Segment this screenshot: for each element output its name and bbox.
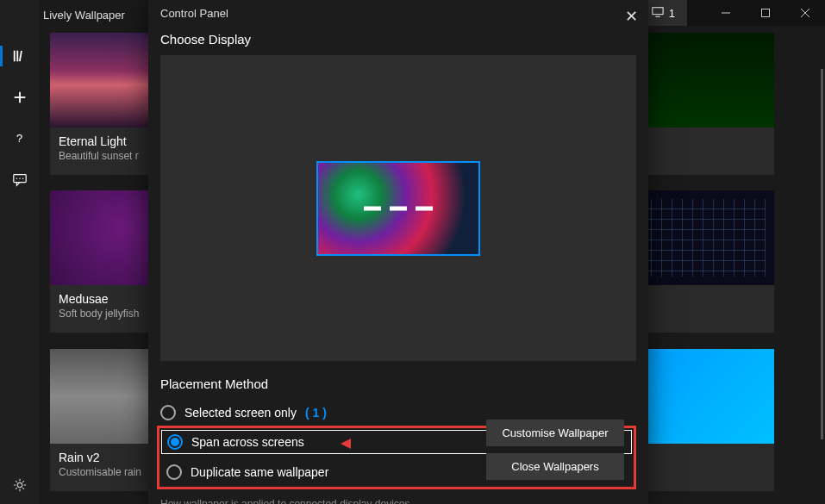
screen-preview[interactable] (316, 161, 480, 256)
sidebar: ? (0, 0, 39, 504)
svg-point-16 (17, 482, 22, 487)
radio-label: Selected screen only (184, 406, 297, 420)
dash-icon (364, 206, 433, 210)
svg-rect-0 (653, 7, 663, 14)
screen-count-badge: ( 1 ) (305, 406, 327, 420)
radio-label: Span across screens (191, 435, 304, 449)
window-controls (687, 0, 825, 26)
svg-rect-7 (16, 51, 18, 62)
modal-title: Control Panel (160, 7, 228, 20)
minimize-button[interactable] (706, 0, 746, 26)
monitor-icon (652, 6, 664, 21)
library-icon[interactable] (11, 47, 28, 65)
help-icon[interactable]: ? (11, 130, 28, 147)
maximize-button[interactable] (746, 0, 785, 26)
scrollbar[interactable] (821, 69, 823, 439)
svg-rect-3 (762, 9, 770, 17)
annotation-arrow-icon (341, 435, 379, 456)
app-title: Lively Wallpaper (43, 9, 125, 22)
placement-hint: How wallpaper is applied to connected di… (148, 493, 425, 504)
control-panel-modal: Control Panel ✕ Choose Display Placement… (148, 0, 648, 504)
display-preview-area (160, 55, 636, 361)
svg-text:?: ? (16, 132, 22, 145)
svg-point-13 (16, 177, 16, 178)
svg-rect-6 (13, 51, 15, 62)
app-window: Lively Wallpaper 1 ? Eternal LightBeauti… (0, 0, 825, 504)
display-tab-label: 1 (669, 7, 675, 20)
feedback-icon[interactable] (11, 171, 28, 189)
radio-label: Duplicate same wallpaper (191, 465, 328, 479)
radio-icon (160, 405, 176, 420)
svg-point-15 (22, 177, 22, 178)
radio-icon (166, 464, 182, 480)
close-wallpapers-button[interactable]: Close Wallpapers (486, 453, 624, 480)
settings-icon[interactable] (11, 476, 28, 494)
add-icon[interactable] (11, 89, 28, 106)
placement-method-label: Placement Method (160, 371, 636, 400)
customise-wallpaper-button[interactable]: Customise Wallpaper (486, 420, 624, 446)
radio-icon (167, 434, 183, 450)
close-window-button[interactable] (785, 0, 825, 26)
choose-display-label: Choose Display (148, 27, 648, 55)
svg-rect-8 (18, 51, 22, 62)
close-icon[interactable]: ✕ (620, 5, 643, 28)
svg-point-14 (19, 177, 20, 178)
